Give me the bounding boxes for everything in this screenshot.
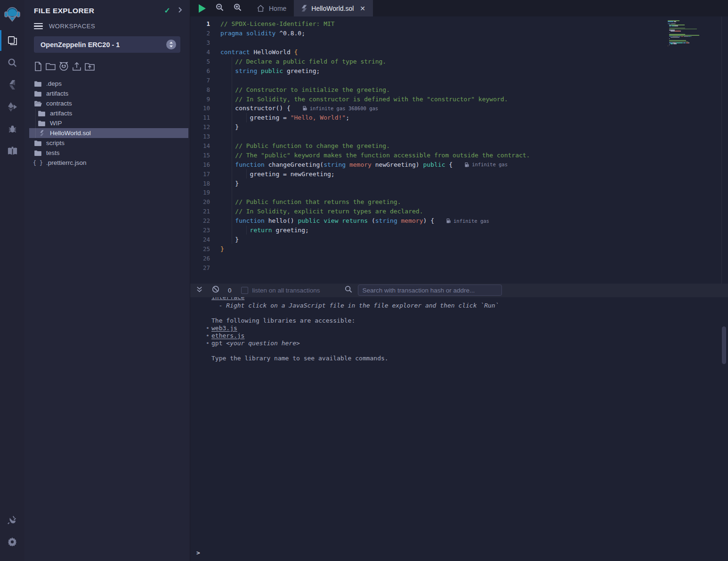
terminal-output[interactable]: interface - Right click on a JavaScript … [190,297,728,561]
indent-guide [232,75,232,85]
terminal-search-input[interactable] [358,285,502,296]
listen-transactions-checkbox[interactable] [241,287,248,294]
collapse-panel-chevron-icon[interactable] [178,7,182,15]
code-text: // SPDX-License-Identifier: MIT [220,20,335,27]
code-text: } [220,236,239,243]
code-text: } [220,180,239,187]
code-line-19[interactable]: 19 [190,188,728,197]
zoom-out-icon[interactable] [216,3,224,13]
zoom-in-icon[interactable] [234,3,242,13]
code-line-12[interactable]: 12 } [190,122,728,132]
code-text: // The "public" keyword makes the functi… [220,152,530,159]
new-folder-icon[interactable] [46,62,56,73]
code-line-1[interactable]: 1// SPDX-License-Identifier: MIT [190,19,728,29]
editor-area: Home HelloWorld.sol ✕ 1// SPDX-License-I… [190,0,728,561]
tree-item-artifacts[interactable]: artifacts [29,89,188,98]
tree-item-scripts[interactable]: scripts [29,138,188,148]
terminal-collapse-icon[interactable] [196,286,203,295]
code-text: greeting = newGreeting; [220,171,335,178]
indent-guide [232,57,232,66]
code-line-15[interactable]: 15 // The "public" keyword makes the fun… [190,150,728,160]
minimap[interactable] [668,20,711,49]
tree-item-artifacts[interactable]: artifacts [29,108,188,118]
workspace-select[interactable]: OpenZeppelin ERC20 - 1 [34,36,180,53]
sidebar-item-debugger[interactable] [0,120,24,138]
tree-item-contracts[interactable]: contracts [29,98,188,108]
settings-button[interactable] [0,532,24,551]
code-line-5[interactable]: 5 // Declare a public field of type stri… [190,57,728,66]
sidebar-item-learneth[interactable] [0,142,24,161]
sidebar-item-solidity-compiler[interactable] [0,75,24,94]
line-number: 24 [190,236,220,243]
terminal-link-ethers-js[interactable]: ethers.js [211,332,244,339]
new-file-icon[interactable] [34,62,42,73]
tree-item-helloworld-sol[interactable]: HelloWorld.sol [29,128,188,138]
code-text: contract HelloWorld { [220,49,298,56]
code-text: return greeting; [220,227,309,234]
code-line-14[interactable]: 14 // Public function to change the gree… [190,141,728,151]
code-line-4[interactable]: 4contract HelloWorld { [190,48,728,57]
code-line-9[interactable]: 9 // In Solidity, the constructor is def… [190,94,728,104]
code-line-22[interactable]: 22 function hello() public view returns … [190,216,728,226]
folder-icon [34,140,42,146]
tab-helloworld-sol[interactable]: HelloWorld.sol ✕ [294,0,373,16]
code-line-21[interactable]: 21 // In Solidity, explicit return types… [190,207,728,216]
code-line-16[interactable]: 16 function changeGreeting(string memory… [190,160,728,169]
gas-estimate-badge: infinite gas [465,162,508,167]
code-line-23[interactable]: 23 return greeting; [190,226,728,235]
terminal-line: The following libraries are accessible: [190,317,728,325]
code-line-25[interactable]: 25} [190,244,728,253]
code-line-18[interactable]: 18 } [190,179,728,188]
close-tab-icon[interactable]: ✕ [360,5,365,12]
solidity-icon [38,130,46,136]
load-folder-icon[interactable] [85,62,95,73]
tab-home[interactable]: Home [249,0,294,16]
terminal-line: •gpt <your question here> [190,340,728,347]
terminal-toolbar: 0 listen on all transactions [190,284,728,297]
code-line-8[interactable]: 8 // Constructor to initialize the greet… [190,85,728,94]
code-line-7[interactable]: 7 [190,75,728,85]
editor-scrollbar-track[interactable] [721,16,722,284]
tree-item-wip[interactable]: WIP [29,118,188,128]
code-editor[interactable]: 1// SPDX-License-Identifier: MIT2pragma … [190,16,728,284]
code-text: // Constructor to initialize the greetin… [220,86,390,93]
code-line-27[interactable]: 27 [190,263,728,272]
file-explorer-icon [7,35,18,46]
tree-item--prettierrc-json[interactable]: { }.prettierrc.json [29,158,188,168]
code-line-2[interactable]: 2pragma solidity ^0.8.0; [190,29,728,38]
line-number: 5 [190,58,220,65]
workspaces-menu-icon[interactable] [34,23,43,29]
code-line-24[interactable]: 24 } [190,235,728,244]
terminal-search-icon [345,285,352,295]
tree-item-tests[interactable]: tests [29,148,188,158]
indent-guide [232,197,232,207]
settings-gear-icon [7,537,17,547]
plugin-manager-button[interactable] [0,510,24,529]
run-script-button[interactable] [199,4,206,13]
terminal-link-web3-js[interactable]: web3.js [211,325,237,332]
github-icon[interactable] [59,62,69,73]
sidebar-item-file-explorer[interactable] [0,31,24,50]
remix-logo[interactable] [0,5,24,24]
indent-guide [232,94,232,104]
braces-icon: { } [34,160,42,166]
line-number: 4 [190,49,220,56]
sidebar-item-deploy-run[interactable] [0,98,24,116]
upload-icon[interactable] [72,62,81,73]
indent-guide [232,226,232,235]
code-line-20[interactable]: 20 // Public function that returns the g… [190,197,728,207]
terminal-prompt[interactable]: > [190,549,728,561]
remix-ide-window: FILE EXPLORER ✓ WORKSPACES OpenZeppelin … [0,0,728,561]
terminal-scrollbar-thumb[interactable] [722,326,726,364]
code-line-11[interactable]: 11 greeting = "Hello, World!"; [190,113,728,122]
code-line-10[interactable]: 10 constructor() {infinite gas 368600 ga… [190,104,728,113]
tab-label: Home [269,5,286,12]
tree-item--deps[interactable]: .deps [29,79,188,89]
code-line-17[interactable]: 17 greeting = newGreeting; [190,169,728,179]
code-line-3[interactable]: 3 [190,38,728,48]
sidebar-item-search[interactable] [0,53,24,72]
code-line-13[interactable]: 13 [190,132,728,141]
code-line-6[interactable]: 6 string public greeting; [190,66,728,75]
terminal-clear-icon[interactable] [212,285,219,295]
code-line-26[interactable]: 26 [190,253,728,263]
